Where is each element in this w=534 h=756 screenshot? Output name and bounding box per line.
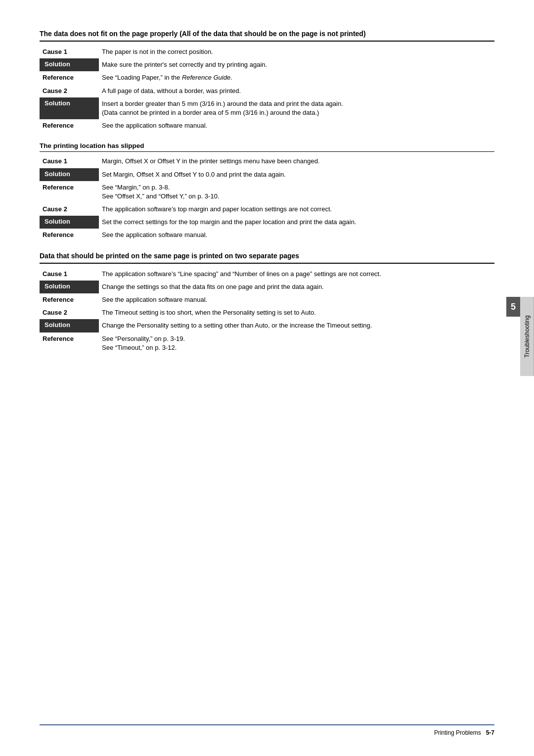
solution-2-text: Insert a border greater than 5 mm (3/16 … [99, 97, 494, 119]
reference-2-text: See the application software manual. [99, 119, 494, 132]
footer-page-number: 5-7 [486, 729, 494, 736]
s2-reference-1-label: Reference [40, 181, 99, 203]
table-row: Reference See the application software m… [40, 229, 494, 241]
side-tab: Troubleshooting [520, 297, 534, 376]
solution-1-label: Solution [40, 58, 99, 71]
section-3-header: Data that should be printed on the same … [40, 252, 494, 264]
section-1-header: The data does not fit on the page proper… [40, 30, 494, 42]
s2-solution-2-text: Set the correct settings for the top mar… [99, 216, 494, 229]
cause-1-label: Cause 1 [40, 46, 99, 58]
table-row: Solution Change the Personality setting … [40, 319, 494, 332]
table-row: Cause 1 The application software’s “Line… [40, 268, 494, 281]
cause-2-label: Cause 2 [40, 85, 99, 97]
section-3-table: Cause 1 The application software’s “Line… [40, 268, 494, 354]
page-container: The data does not fit on the page proper… [0, 0, 534, 756]
solution-1-text: Make sure the printer's set correctly an… [99, 58, 494, 71]
table-row: Cause 2 The application software’s top m… [40, 203, 494, 216]
s2-cause-1-label: Cause 1 [40, 155, 99, 168]
page-footer: Printing Problems 5-7 [40, 724, 494, 736]
s3-cause-2-label: Cause 2 [40, 306, 99, 319]
cause-1-text: The paper is not in the correct position… [99, 46, 494, 58]
s3-reference-1-text: See the application software manual. [99, 293, 494, 306]
table-row: Reference See the application software m… [40, 293, 494, 306]
section-2-header: The printing location has slipped [40, 142, 494, 152]
s2-reference-1-text: See “Margin,” on p. 3-8. See “Offset X,”… [99, 181, 494, 203]
cause-2-text: A full page of data, without a border, w… [99, 85, 494, 97]
table-row: Solution Set Margin, Offset X and Offset… [40, 168, 494, 181]
s2-cause-1-text: Margin, Offset X or Offset Y in the prin… [99, 155, 494, 168]
table-row: Reference See “Personality,” on p. 3-19.… [40, 332, 494, 354]
table-row: Solution Change the settings so that the… [40, 281, 494, 293]
section-2-block: The printing location has slipped Cause … [40, 142, 494, 241]
section-3-block: Data that should be printed on the same … [40, 252, 494, 354]
section-1-table: Cause 1 The paper is not in the correct … [40, 46, 494, 132]
s2-solution-1-text: Set Margin, Offset X and Offset Y to 0.0… [99, 168, 494, 181]
s3-cause-1-label: Cause 1 [40, 268, 99, 281]
s3-solution-2-label: Solution [40, 319, 99, 332]
table-row: Cause 1 The paper is not in the correct … [40, 46, 494, 58]
s2-reference-2-text: See the application software manual. [99, 229, 494, 241]
table-row: Cause 2 The Timeout setting is too short… [40, 306, 494, 319]
section-1-block: The data does not fit on the page proper… [40, 30, 494, 132]
s2-cause-2-text: The application software’s top margin an… [99, 203, 494, 216]
s2-solution-2-label: Solution [40, 216, 99, 229]
footer-label: Printing Problems [434, 729, 481, 736]
s2-solution-1-label: Solution [40, 168, 99, 181]
s3-reference-2-text: See “Personality,” on p. 3-19. See “Time… [99, 332, 494, 354]
reference-1-text: See “Loading Paper,” in the Reference Gu… [99, 71, 494, 84]
s3-solution-1-text: Change the settings so that the data fit… [99, 281, 494, 293]
s2-cause-2-label: Cause 2 [40, 203, 99, 216]
reference-2-label: Reference [40, 119, 99, 132]
table-row: Cause 2 A full page of data, without a b… [40, 85, 494, 97]
s3-cause-1-text: The application software’s “Line spacing… [99, 268, 494, 281]
table-row: Reference See “Loading Paper,” in the Re… [40, 71, 494, 84]
s3-solution-1-label: Solution [40, 281, 99, 293]
table-row: Solution Insert a border greater than 5 … [40, 97, 494, 119]
table-row: Reference See the application software m… [40, 119, 494, 132]
s3-cause-2-text: The Timeout setting is too short, when t… [99, 306, 494, 319]
chapter-number: 5 [506, 297, 520, 317]
table-row: Cause 1 Margin, Offset X or Offset Y in … [40, 155, 494, 168]
section-2-table: Cause 1 Margin, Offset X or Offset Y in … [40, 155, 494, 241]
s2-reference-2-label: Reference [40, 229, 99, 241]
table-row: Reference See “Margin,” on p. 3-8. See “… [40, 181, 494, 203]
table-row: Solution Set the correct settings for th… [40, 216, 494, 229]
s3-reference-1-label: Reference [40, 293, 99, 306]
reference-1-label: Reference [40, 71, 99, 84]
solution-2-label: Solution [40, 97, 99, 119]
table-row: Solution Make sure the printer's set cor… [40, 58, 494, 71]
s3-reference-2-label: Reference [40, 332, 99, 354]
s3-solution-2-text: Change the Personality setting to a sett… [99, 319, 494, 332]
